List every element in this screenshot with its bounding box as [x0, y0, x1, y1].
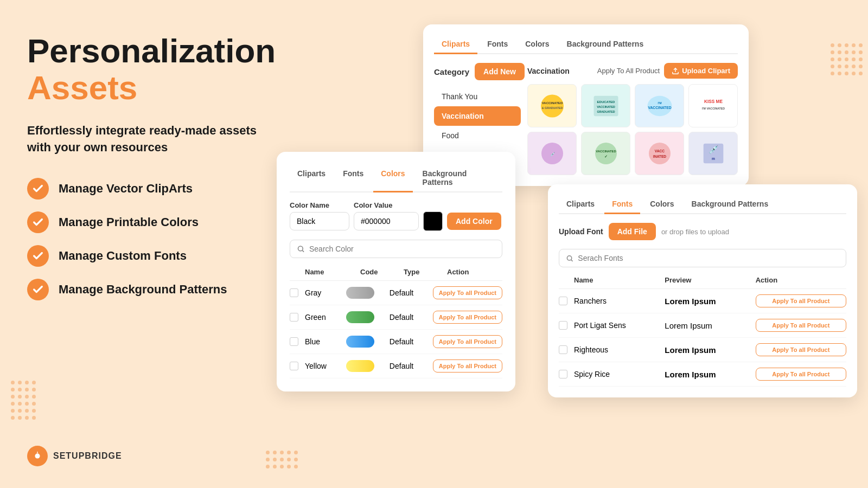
font-col-action: Action: [756, 276, 846, 284]
apply-btn-ranchers[interactable]: Apply To all Product: [756, 294, 846, 307]
swatch-gray: [346, 287, 374, 299]
svg-text:VACC: VACC: [654, 149, 665, 153]
tab-cliparts-active[interactable]: Cliparts: [434, 35, 477, 54]
font-name-spicyrice: Spicy Rice: [574, 370, 665, 378]
checkbox-portligat[interactable]: [559, 321, 567, 330]
clipart-grid: VACCINATED & GRADUATED EDUCATED VACCINAT…: [527, 84, 738, 175]
feature-text-2: Manage Printable Colors: [59, 215, 199, 229]
apply-btn-portligat[interactable]: Apply To all Product: [756, 319, 846, 332]
tab-colors-fonts[interactable]: Colors: [642, 195, 681, 214]
color-type-yellow: Default: [390, 362, 433, 370]
tab-bgpatterns-cliparts[interactable]: Background Patterns: [559, 35, 652, 54]
add-new-button[interactable]: Add New: [475, 63, 525, 80]
upload-font-label: Upload Font: [559, 227, 603, 236]
font-name-ranchers: Ranchers: [574, 297, 665, 305]
dots-decoration-mid: [266, 451, 298, 472]
svg-text:VACCINATED: VACCINATED: [596, 150, 616, 153]
add-color-button[interactable]: Add Color: [447, 213, 501, 230]
col-code: Code: [360, 268, 404, 276]
color-row-green: Green Default Apply To all Product: [290, 305, 502, 330]
clipart-img-8: 💉 m: [700, 140, 727, 167]
checkbox-yellow[interactable]: [290, 362, 298, 370]
checkbox-ranchers[interactable]: [559, 297, 567, 305]
color-search-bar: [290, 240, 502, 258]
color-search-input[interactable]: [309, 245, 495, 253]
color-table-header: Name Code Type Action: [290, 266, 502, 281]
apply-all-label: Apply To All Product: [597, 67, 660, 75]
tab-colors-active[interactable]: Colors: [373, 165, 412, 192]
svg-text:KISS ME: KISS ME: [704, 99, 723, 104]
clipart-img-2: EDUCATED VACCINATED GRADUATED: [590, 91, 622, 121]
tab-cliparts-colors[interactable]: Cliparts: [290, 165, 333, 192]
color-name-input[interactable]: [290, 212, 349, 230]
checkbox-righteous[interactable]: [559, 345, 567, 354]
check-icon-4: [27, 279, 49, 300]
feature-4: Manage Background Patterns: [27, 279, 309, 300]
svg-text:m: m: [712, 157, 715, 160]
dots-decoration-tr: [831, 43, 863, 79]
search-icon-colors: [297, 245, 305, 253]
font-search-bar: [559, 249, 846, 267]
add-file-button[interactable]: Add File: [609, 223, 656, 240]
check-icon-3: [27, 245, 49, 267]
tab-cliparts-fonts[interactable]: Cliparts: [559, 195, 602, 214]
tab-bgpatterns-colors[interactable]: Background Patterns: [415, 165, 502, 192]
svg-text:VACCINATED: VACCINATED: [648, 105, 671, 109]
tab-bgpatterns-fonts[interactable]: Background Patterns: [684, 195, 776, 214]
font-preview-ranchers: Lorem Ipsum: [665, 297, 755, 306]
apply-btn-spicyrice[interactable]: Apply To all Product: [756, 368, 846, 381]
category-food[interactable]: Food: [434, 126, 521, 145]
feature-2: Manage Printable Colors: [27, 211, 309, 233]
upload-clipart-button[interactable]: Upload Clipart: [664, 63, 738, 79]
svg-line-28: [571, 260, 573, 261]
apply-btn-yellow[interactable]: Apply To all Product: [433, 359, 502, 373]
clipart-img-7: VACC INATED: [646, 140, 673, 167]
category-vaccination[interactable]: Vaccination: [434, 106, 521, 126]
checkbox-spicyrice[interactable]: [559, 370, 567, 378]
svg-text:💉: 💉: [708, 145, 718, 155]
checkbox-blue[interactable]: [290, 337, 298, 346]
clipart-img-1: VACCINATED & GRADUATED: [536, 91, 569, 121]
clipart-thumb-6: VACCINATED ✓: [581, 132, 630, 175]
apply-btn-righteous[interactable]: Apply To all Product: [756, 343, 846, 356]
clipart-grid-container: Vaccination Apply To All Product Upload …: [527, 63, 738, 175]
features-list: Manage Vector ClipArts Manage Printable …: [27, 178, 309, 300]
upload-clipart-label: Upload Clipart: [682, 67, 730, 75]
tab-fonts-cliparts[interactable]: Fonts: [480, 35, 515, 54]
font-search-input[interactable]: [578, 254, 839, 262]
svg-point-18: [595, 143, 617, 164]
color-name-label: Color Name: [290, 201, 349, 209]
color-name-green: Green: [305, 313, 346, 322]
font-col-name: Name: [574, 276, 665, 284]
svg-point-1: [298, 246, 303, 251]
svg-text:✓: ✓: [604, 155, 608, 158]
checkbox-gray[interactable]: [290, 288, 298, 297]
color-type-green: Default: [390, 313, 433, 322]
hero-panel: Personalization Assets Effortlessly inte…: [27, 33, 309, 312]
clipart-thumb-1: VACCINATED & GRADUATED: [527, 84, 577, 127]
font-row-righteous: Righteous Lorem Ipsum Apply To all Produ…: [559, 338, 846, 362]
swatch-yellow: [346, 360, 374, 372]
category-thank-you[interactable]: Thank You: [434, 87, 521, 106]
apply-btn-gray[interactable]: Apply To all Product: [433, 286, 502, 299]
tab-fonts-active[interactable]: Fonts: [604, 195, 640, 214]
tab-colors-cliparts[interactable]: Colors: [518, 35, 557, 54]
checkbox-green[interactable]: [290, 313, 298, 322]
logo-icon: [27, 446, 48, 466]
clipart-img-3: I'M VACCINATED: [643, 91, 676, 121]
tab-fonts-colors[interactable]: Fonts: [335, 165, 371, 192]
clipart-img-5: 💉: [539, 140, 566, 167]
fonts-tabs: Cliparts Fonts Colors Background Pattern…: [559, 195, 846, 214]
apply-btn-blue[interactable]: Apply To all Product: [433, 335, 502, 348]
clipart-top-row: Vaccination Apply To All Product Upload …: [527, 63, 738, 79]
feature-text-3: Manage Custom Fonts: [59, 249, 187, 263]
feature-3: Manage Custom Fonts: [27, 245, 309, 267]
check-icon-1: [27, 178, 49, 200]
upload-icon: [672, 67, 679, 75]
vaccination-label: Vaccination: [527, 67, 570, 75]
font-row-ranchers: Ranchers Lorem Ipsum Apply To all Produc…: [559, 289, 846, 313]
svg-text:I'M VACCINATED: I'M VACCINATED: [701, 107, 724, 110]
check-icon-2: [27, 211, 49, 233]
color-value-input[interactable]: [354, 212, 419, 230]
apply-btn-green[interactable]: Apply To all Product: [433, 311, 502, 324]
